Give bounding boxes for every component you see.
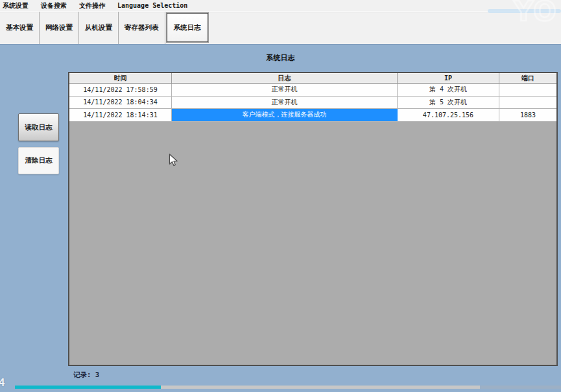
cell-port	[499, 97, 556, 109]
video-timestamp-digit: 4	[0, 376, 5, 389]
cell-ip: 47.107.25.156	[398, 109, 499, 121]
tab-register-list[interactable]: 寄存器列表	[119, 12, 165, 44]
log-table-body: 14/11/2022 17:58:59正常开机第 4 次开机14/11/2022…	[69, 84, 556, 122]
menu-bar: 系统设置 设备搜索 文件操作 Language Selection	[0, 0, 561, 11]
menu-device-search[interactable]: 设备搜索	[39, 0, 73, 11]
clear-log-button[interactable]: 清除日志	[18, 147, 59, 174]
cell-time: 14/11/2022 18:14:31	[69, 109, 172, 121]
column-header-time: 时间	[69, 73, 172, 83]
log-table[interactable]: 时间 日志 IP 端口 14/11/2022 17:58:59正常开机第 4 次…	[68, 72, 558, 366]
cell-ip: 第 5 次开机	[398, 97, 499, 109]
menu-system-settings[interactable]: 系统设置	[1, 0, 34, 11]
menu-file-operations[interactable]: 文件操作	[77, 0, 111, 11]
cell-log: 客户端模式，连接服务器成功	[172, 109, 398, 121]
cell-log: 正常开机	[172, 97, 398, 109]
tab-slave-settings[interactable]: 从机设置	[79, 12, 119, 44]
page-title: 系统日志	[0, 53, 561, 63]
read-log-button[interactable]: 读取日志	[18, 113, 59, 141]
video-progress-played[interactable]	[15, 386, 161, 389]
cell-port	[499, 84, 556, 96]
cell-ip: 第 4 次开机	[398, 84, 499, 96]
log-table-header: 时间 日志 IP 端口	[69, 73, 556, 84]
table-row[interactable]: 14/11/2022 18:04:34正常开机第 5 次开机	[69, 97, 556, 110]
video-progress-buffered[interactable]	[161, 386, 480, 389]
column-header-log: 日志	[172, 73, 398, 83]
table-row[interactable]: 14/11/2022 17:58:59正常开机第 4 次开机	[69, 84, 556, 97]
mouse-cursor	[169, 154, 178, 167]
cell-time: 14/11/2022 18:04:34	[69, 97, 172, 109]
column-header-ip: IP	[398, 73, 499, 83]
cell-log: 正常开机	[172, 84, 398, 96]
cell-time: 14/11/2022 17:58:59	[69, 84, 172, 96]
column-header-port: 端口	[499, 73, 556, 83]
tab-network-settings[interactable]: 网络设置	[40, 12, 79, 44]
system-log-panel: 系统日志 读取日志 清除日志 时间 日志 IP 端口 14/11/2022 17…	[0, 44, 561, 392]
application-window: 系统设置 设备搜索 文件操作 Language Selection 基本设置 网…	[0, 0, 561, 392]
tab-basic-settings[interactable]: 基本设置	[0, 12, 40, 44]
menu-language-selection[interactable]: Language Selection	[115, 0, 193, 11]
cell-port: 1883	[499, 109, 556, 121]
tab-bar: 基本设置 网络设置 从机设置 寄存器列表 系统日志	[0, 11, 561, 44]
table-row[interactable]: 14/11/2022 18:14:31客户端模式，连接服务器成功47.107.2…	[69, 109, 556, 122]
records-count-label: 记录: 3	[73, 371, 99, 380]
tab-system-log[interactable]: 系统日志	[167, 13, 208, 42]
watermark-logo: YO	[514, 0, 557, 27]
video-progress-remainder[interactable]	[480, 386, 561, 389]
